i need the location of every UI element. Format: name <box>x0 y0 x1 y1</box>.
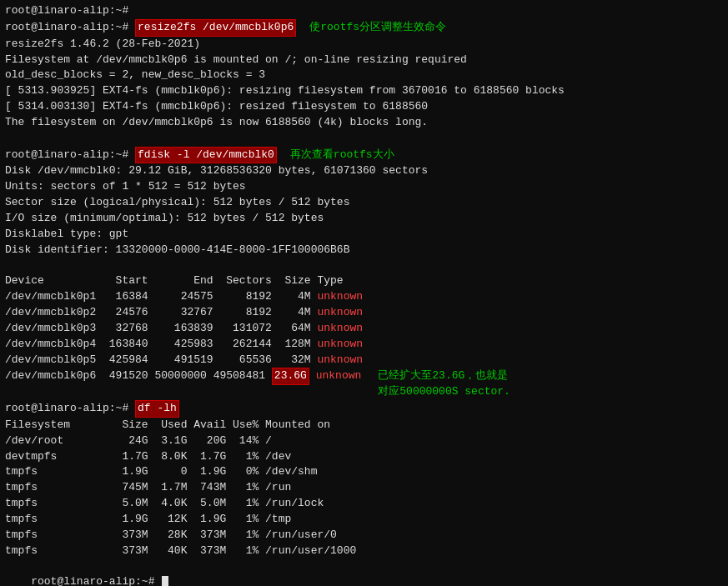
cmd-resize2fs: resize2fs /dev/mmcblk0p6 <box>135 19 296 37</box>
line-1: root@linaro-alip:~# <box>5 3 723 19</box>
line-df-tmpfs-user0: tmpfs 373M 28K 373M 1% /run/user/0 <box>5 528 723 543</box>
line-p1: /dev/mmcblk0p1 16384 24575 8192 4M unkno… <box>5 289 723 305</box>
line-8: The filesystem on /dev/mmcblk0p6 is now … <box>5 115 723 131</box>
unknown-p4: unknown <box>317 338 363 350</box>
cmd-fdisk: fdisk -l /dev/mmcblk0 <box>135 147 277 164</box>
line-p3: /dev/mmcblk0p3 32768 163839 131072 64M u… <box>5 321 723 337</box>
unknown-p1: unknown <box>317 290 363 303</box>
line-5: old_desc_blocks = 2, new_desc_blocks = 3 <box>5 68 723 83</box>
unknown-p2: unknown <box>317 306 363 318</box>
line-15: Disklabel type: gpt <box>5 227 723 243</box>
line-df-devtmpfs: devtmpfs 1.7G 8.0K 1.7G 1% /dev <box>5 449 723 465</box>
line-11: Disk /dev/mmcblk0: 29.12 GiB, 3126853632… <box>5 163 723 179</box>
line-blank-1 <box>5 131 723 147</box>
line-final-prompt: root@linaro-alip:~# <box>5 559 723 586</box>
annotation-resize2fs: 使rootfs分区调整生效命令 <box>309 20 446 36</box>
line-7: [ 5314.003130] EXT4-fs (mmcblk0p6): resi… <box>5 99 723 115</box>
line-14: I/O size (minimum/optimal): 512 bytes / … <box>5 211 723 227</box>
line-12: Units: sectors of 1 * 512 = 512 bytes <box>5 179 723 195</box>
line-p4: /dev/mmcblk0p4 163840 425983 262144 128M… <box>5 337 723 353</box>
prompt-10: root@linaro-alip:~# <box>5 148 135 163</box>
line-3: resize2fs 1.46.2 (28-Feb-2021) <box>5 37 723 53</box>
line-df-header: Filesystem Size Used Avail Use% Mounted … <box>5 418 723 433</box>
line-2: root@linaro-alip:~# resize2fs /dev/mmcbl… <box>5 19 723 37</box>
line-df-root: /dev/root 24G 3.1G 20G 14% / <box>5 433 723 449</box>
annotation-fdisk: 再次查看rootfs大小 <box>290 148 394 163</box>
line-10: root@linaro-alip:~# fdisk -l /dev/mmcblk… <box>5 147 723 164</box>
line-df-tmpfs-shm: tmpfs 1.9G 0 1.9G 0% /dev/shm <box>5 464 723 480</box>
line-16: Disk identifier: 13320000-0000-414E-8000… <box>5 243 723 258</box>
line-df-tmpfs-lock: tmpfs 5.0M 4.0K 5.0M 1% /run/lock <box>5 496 723 512</box>
line-p2: /dev/mmcblk0p2 24576 32767 8192 4M unkno… <box>5 305 723 321</box>
prompt-final: root@linaro-alip:~# <box>31 575 161 586</box>
cursor <box>162 576 168 586</box>
line-13: Sector size (logical/physical): 512 byte… <box>5 195 723 211</box>
prompt-df: root@linaro-alip:~# <box>5 401 135 417</box>
size-23g: 23.6G <box>272 368 309 385</box>
line-p5: /dev/mmcblk0p5 425984 491519 65536 32M u… <box>5 353 723 368</box>
prompt-2: root@linaro-alip:~# <box>5 20 135 36</box>
unknown-p5: unknown <box>317 353 363 366</box>
line-blank-2 <box>5 258 723 274</box>
line-table-header: Device Start End Sectors Size Type <box>5 273 723 289</box>
terminal-window: root@linaro-alip:~# root@linaro-alip:~# … <box>0 0 728 586</box>
annotation-p6: 已经扩大至23.6G，也就是 对应50000000S sector. <box>378 368 510 400</box>
line-6: [ 5313.903925] EXT4-fs (mmcblk0p6): resi… <box>5 83 723 99</box>
line-4: Filesystem at /dev/mmcblk0p6 is mounted … <box>5 53 723 68</box>
line-df-tmpfs-user1000: tmpfs 373M 40K 373M 1% /run/user/1000 <box>5 543 723 559</box>
unknown-p6: unknown <box>316 368 362 384</box>
line-df-tmpfs-tmp: tmpfs 1.9G 12K 1.9G 1% /tmp <box>5 512 723 528</box>
cmd-df: df -lh <box>135 400 179 418</box>
unknown-p3: unknown <box>317 322 363 334</box>
line-p6: /dev/mmcblk0p6 491520 50000000 49508481 … <box>5 368 723 400</box>
line-df: root@linaro-alip:~# df -lh <box>5 400 723 418</box>
line-df-tmpfs-run: tmpfs 745M 1.7M 743M 1% /run <box>5 480 723 496</box>
